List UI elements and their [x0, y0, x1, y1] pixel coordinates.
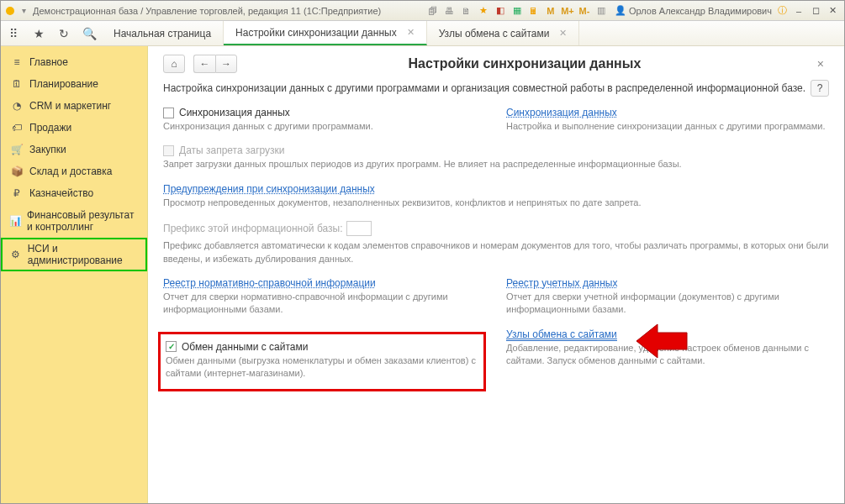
section-warnings: Предупреждения при синхронизации данных … — [163, 183, 829, 209]
maximize-button[interactable]: ◻ — [809, 5, 822, 17]
warnings-desc: Просмотр непроведенных документов, незап… — [163, 197, 829, 209]
sidebar-item-label: Финансовый результат и контроллинг — [27, 209, 139, 233]
prefix-desc: Префикс добавляется автоматически к кода… — [163, 239, 829, 265]
annotation-arrow-icon — [632, 320, 691, 362]
history-icon[interactable]: ↻ — [51, 21, 77, 45]
gear-icon: ⚙ — [9, 249, 23, 260]
home-button[interactable]: ⌂ — [163, 55, 185, 73]
close-button[interactable]: ✕ — [826, 5, 839, 17]
dropdown-icon[interactable]: ▾ — [18, 5, 29, 17]
help-button[interactable]: ? — [811, 80, 829, 97]
exchange-desc: Обмен данными (выгрузка номенклатуры и о… — [166, 354, 478, 381]
toolbar-icon-1[interactable]: 🗐 — [426, 4, 440, 18]
back-button[interactable]: ← — [193, 55, 215, 73]
tab-label: Начальная страница — [114, 28, 211, 39]
tab-close-icon[interactable]: ✕ — [407, 27, 415, 38]
ruble-icon: ₽ — [9, 187, 24, 199]
pie-icon: ◔ — [9, 100, 24, 112]
favorite-icon[interactable]: ★ — [26, 21, 51, 45]
toolbar-icon-3[interactable]: 🗎 — [460, 4, 473, 18]
sidebar-item-warehouse[interactable]: 📦Склад и доставка — [1, 160, 147, 182]
sidebar-item-label: CRM и маркетинг — [29, 100, 111, 112]
sidebar-item-planning[interactable]: 🗓Планирование — [1, 73, 147, 95]
user-menu[interactable]: 👤 Орлов Александр Владимирович ⓘ — [615, 4, 789, 18]
sidebar-item-label: Казначейство — [29, 187, 93, 199]
section-exchange: Обмен данными с сайтами Обмен данными (в… — [163, 328, 829, 391]
checkbox-icon[interactable] — [163, 108, 174, 118]
prefix-input[interactable] — [346, 221, 372, 236]
registry-nsi-link[interactable]: Реестр нормативно-справочной информации — [163, 277, 376, 289]
sync-checkbox-label: Синхронизация данных — [179, 107, 290, 118]
m-minus-button[interactable]: M- — [578, 4, 591, 18]
dates-desc: Запрет загрузки данных прошлых периодов … — [163, 158, 829, 171]
nodes-link[interactable]: Узлы обмена с сайтами — [506, 328, 617, 341]
forward-button[interactable]: → — [215, 55, 237, 73]
toolbar-icon-4[interactable]: ★ — [477, 4, 490, 18]
registry-acc-desc: Отчет для сверки учетной информации (док… — [506, 291, 829, 317]
cart-icon: 🛒 — [9, 144, 24, 155]
info-icon[interactable]: ⓘ — [775, 4, 789, 18]
user-icon: 👤 — [615, 5, 626, 16]
sidebar-item-label: Склад и доставка — [29, 165, 112, 177]
topnav: ⠿ ★ ↻ 🔍 Начальная страница Настройки син… — [1, 21, 844, 46]
sidebar-item-purchases[interactable]: 🛒Закупки — [1, 139, 147, 160]
user-name: Орлов Александр Владимирович — [629, 6, 772, 16]
sidebar-item-main[interactable]: ≡Главное — [1, 51, 147, 73]
page-toolbar: ⌂ ← → Настройки синхронизации данных × — [163, 55, 829, 73]
tag-icon: 🏷 — [9, 122, 24, 134]
exchange-checkbox-row[interactable]: Обмен данными с сайтами — [166, 341, 478, 353]
m-plus-button[interactable]: M+ — [561, 4, 574, 18]
titlebar-right: 🗐 🖶 🗎 ★ ◧ ▦ 🖩 M M+ M- ▥ 👤 Орлов Александ… — [426, 4, 839, 18]
toolbar-icon-2[interactable]: 🖶 — [443, 4, 457, 18]
sidebar-item-treasury[interactable]: ₽Казначейство — [1, 182, 147, 204]
box-icon: 📦 — [9, 165, 24, 177]
warnings-link[interactable]: Предупреждения при синхронизации данных — [163, 183, 375, 195]
prefix-label: Префикс этой информационной базы: — [163, 223, 343, 234]
app-dot-icon — [6, 7, 14, 15]
sidebar: ≡Главное 🗓Планирование ◔CRM и маркетинг … — [1, 46, 148, 504]
apps-icon[interactable]: ⠿ — [1, 21, 26, 45]
tab-sync-settings[interactable]: Настройки синхронизации данных ✕ — [224, 21, 427, 45]
toolbar-icon-6[interactable]: ▦ — [510, 4, 524, 18]
tab-close-icon[interactable]: ✕ — [559, 28, 567, 39]
section-prefix: Префикс этой информационной базы: Префик… — [163, 221, 829, 265]
sidebar-item-finance[interactable]: 📊Финансовый результат и контроллинг — [1, 204, 147, 238]
dates-checkbox-row: Даты запрета загрузки — [163, 144, 829, 156]
tab-start-page[interactable]: Начальная страница — [102, 21, 224, 45]
sidebar-item-crm[interactable]: ◔CRM и маркетинг — [1, 95, 147, 117]
sidebar-item-sales[interactable]: 🏷Продажи — [1, 117, 147, 139]
page-close-button[interactable]: × — [812, 55, 829, 72]
m-button[interactable]: M — [544, 4, 557, 18]
window-titlebar: ▾ Демонстрационная база / Управление тор… — [1, 1, 844, 21]
body: ≡Главное 🗓Планирование ◔CRM и маркетинг … — [1, 46, 844, 504]
tab-label: Настройки синхронизации данных — [235, 27, 397, 39]
checkbox-icon[interactable] — [166, 341, 177, 352]
home-icon: ≡ — [9, 56, 24, 68]
sidebar-item-label: Планирование — [29, 78, 98, 90]
tab-exchange-nodes[interactable]: Узлы обмена с сайтами ✕ — [427, 21, 580, 45]
sync-link[interactable]: Синхронизация данных — [506, 107, 617, 118]
calendar-icon: 🗓 — [9, 78, 24, 90]
section-registries: Реестр нормативно-справочной информации … — [163, 277, 829, 317]
registry-acc-link[interactable]: Реестр учетных данных — [506, 277, 618, 289]
window-title: Демонстрационная база / Управление торго… — [33, 6, 426, 16]
section-dates: Даты запрета загрузки Запрет загрузки да… — [163, 144, 829, 171]
sidebar-item-label: Главное — [29, 56, 68, 68]
intro-row: Настройка синхронизации данных с другими… — [163, 80, 829, 97]
highlight-box: Обмен данными с сайтами Обмен данными (в… — [158, 332, 486, 391]
section-sync: Синхронизация данных Синхронизация данны… — [163, 107, 829, 133]
nav-group: ← → — [193, 55, 237, 73]
sync-checkbox-row[interactable]: Синхронизация данных — [163, 107, 486, 118]
calculator-icon[interactable]: 🖩 — [527, 4, 541, 18]
minimize-button[interactable]: – — [792, 5, 805, 17]
search-icon[interactable]: 🔍 — [77, 21, 102, 45]
sidebar-item-label: Продажи — [29, 122, 71, 134]
sidebar-item-label: НСИ и администрирование — [28, 243, 139, 266]
chart-icon: 📊 — [9, 215, 22, 227]
panel-icon[interactable]: ▥ — [594, 4, 608, 18]
sidebar-item-nsi-admin[interactable]: ⚙НСИ и администрирование — [1, 238, 147, 271]
toolbar-icon-5[interactable]: ◧ — [494, 4, 507, 18]
page-title: Настройки синхронизации данных — [237, 56, 812, 71]
main-content: ⌂ ← → Настройки синхронизации данных × Н… — [148, 46, 844, 504]
tab-label: Узлы обмена с сайтами — [439, 28, 550, 39]
